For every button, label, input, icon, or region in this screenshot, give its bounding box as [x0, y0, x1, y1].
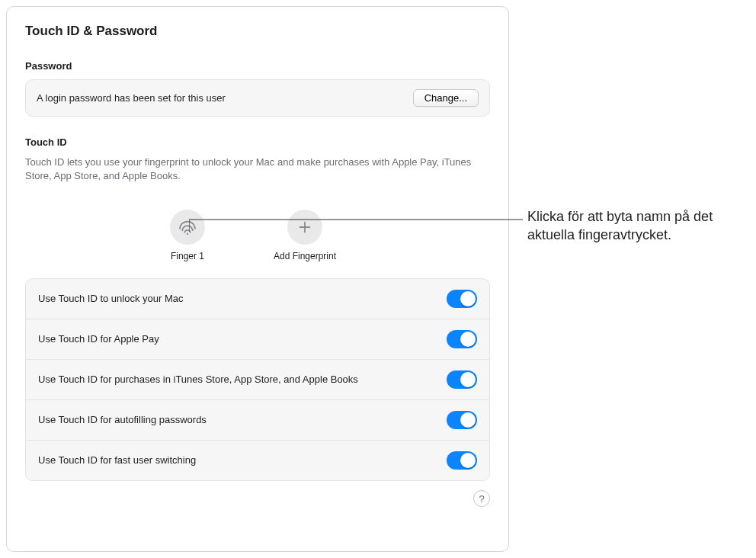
fingerprint-icon	[170, 210, 205, 245]
option-autofill: Use Touch ID for autofilling passwords	[26, 400, 489, 441]
option-purchases: Use Touch ID for purchases in iTunes Sto…	[26, 360, 489, 400]
help-row: ?	[25, 490, 490, 507]
toggle-apple-pay[interactable]	[447, 330, 477, 348]
toggle-unlock-mac[interactable]	[447, 290, 477, 308]
pane-title: Touch ID & Password	[25, 24, 490, 39]
option-label: Use Touch ID for Apple Pay	[38, 332, 159, 346]
option-label: Use Touch ID for autofilling passwords	[38, 413, 207, 427]
add-fingerprint-button[interactable]: Add Fingerprint	[274, 210, 336, 261]
option-label: Use Touch ID for fast user switching	[38, 454, 196, 467]
password-status-text: A login password has been set for this u…	[37, 92, 226, 104]
toggle-purchases[interactable]	[447, 370, 477, 389]
touchid-options: Use Touch ID to unlock your Mac Use Touc…	[25, 278, 490, 481]
fingerprint-list: Finger 1 Add Fingerprint	[25, 193, 490, 278]
option-apple-pay: Use Touch ID for Apple Pay	[26, 319, 489, 360]
fingerprint-label: Finger 1	[171, 251, 204, 261]
settings-pane: Touch ID & Password Password A login pas…	[6, 6, 509, 552]
option-label: Use Touch ID for purchases in iTunes Sto…	[38, 373, 358, 386]
add-fingerprint-label: Add Fingerprint	[274, 251, 336, 261]
password-card: A login password has been set for this u…	[25, 79, 490, 117]
callout-text: Klicka för att byta namn på det aktuella…	[527, 207, 741, 245]
option-fast-user-switching: Use Touch ID for fast user switching	[26, 441, 489, 480]
option-unlock-mac: Use Touch ID to unlock your Mac	[26, 279, 489, 319]
option-label: Use Touch ID to unlock your Mac	[38, 292, 184, 306]
touchid-description: Touch ID lets you use your fingerprint t…	[25, 156, 482, 182]
toggle-autofill[interactable]	[447, 411, 477, 429]
help-button[interactable]: ?	[473, 490, 490, 507]
touchid-heading: Touch ID	[25, 136, 490, 148]
change-password-button[interactable]: Change...	[413, 89, 479, 107]
toggle-fast-user-switching[interactable]	[447, 451, 477, 470]
touchid-section: Touch ID Touch ID lets you use your fing…	[25, 136, 490, 182]
plus-icon	[287, 210, 322, 245]
password-heading: Password	[25, 60, 490, 72]
fingerprint-finger-1[interactable]: Finger 1	[170, 210, 205, 261]
